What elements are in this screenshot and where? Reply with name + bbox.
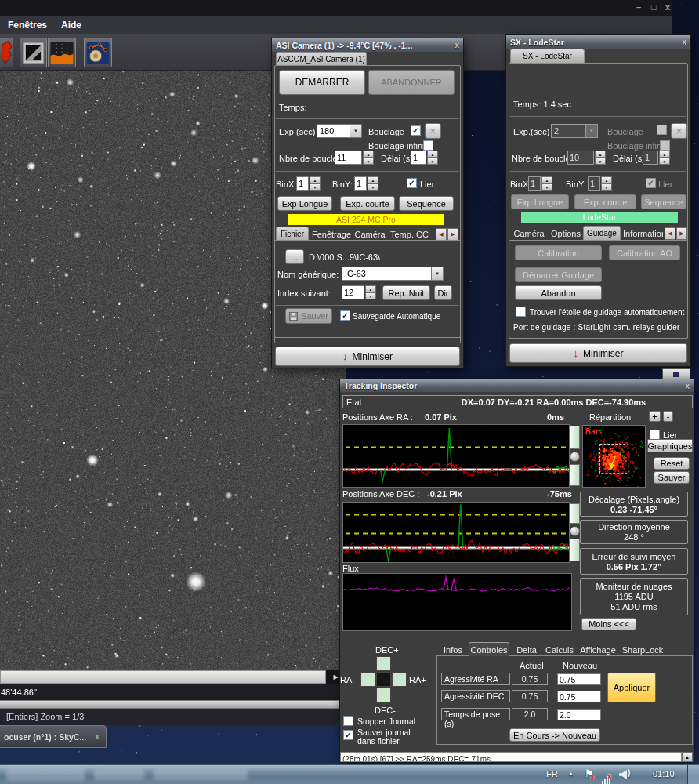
agressivite-ra-input[interactable]: [557, 673, 601, 685]
spin-down-icon[interactable]: ▼: [601, 183, 612, 191]
main-titlebar[interactable]: – □ x: [0, 0, 672, 16]
ra-scale-slider-top[interactable]: [570, 426, 580, 449]
asi-close-icon[interactable]: x: [455, 41, 459, 49]
asi-nom-combo[interactable]: IC-63 ▼: [342, 267, 444, 281]
language-indicator[interactable]: FR: [546, 769, 558, 779]
tab-delta[interactable]: Delta: [512, 644, 541, 655]
asi-index-value[interactable]: 12: [342, 285, 364, 299]
sx-binx-value[interactable]: 1: [528, 176, 541, 191]
toolbar-button-partial[interactable]: [0, 38, 13, 67]
appliquer-button[interactable]: Appliquer: [607, 673, 656, 702]
sx-titlebar[interactable]: SX - LodeStar x: [506, 35, 690, 49]
asi-tab-camera[interactable]: Caméra: [353, 228, 387, 241]
spin-down-icon[interactable]: ▼: [541, 183, 552, 191]
sx-tab-scroll-right-icon[interactable]: ▶: [676, 227, 687, 240]
asi-tab-scroll-right-icon[interactable]: ▶: [447, 228, 458, 241]
spin-down-icon[interactable]: ▼: [368, 183, 378, 191]
asi-tab-temp[interactable]: Temp. CC: [390, 228, 433, 241]
taskbar-blurred-item[interactable]: [6, 768, 85, 781]
asi-delay-arrows[interactable]: ▲▼: [427, 151, 438, 165]
speaker-icon[interactable]: [619, 770, 627, 779]
exp-courte-button[interactable]: Exp. courte: [340, 196, 395, 211]
asi-tab-fenetrage[interactable]: Fenêtrage: [312, 228, 351, 241]
repartition-zoom-out-button[interactable]: -: [663, 411, 673, 422]
pad-ra-minus-button[interactable]: [360, 672, 375, 687]
spin-down-icon[interactable]: ▼: [365, 292, 376, 299]
sx-tab-options[interactable]: Options: [549, 227, 582, 240]
asi-index-arrows[interactable]: ▲▼: [365, 285, 376, 299]
asi-bouclage-checkbox[interactable]: ✓: [411, 125, 421, 136]
tab-controles[interactable]: Controles: [469, 642, 509, 656]
asi-delay-value[interactable]: 1: [411, 151, 426, 165]
show-desktop-button[interactable]: [687, 765, 699, 784]
tab-sharplock[interactable]: SharpLock: [621, 644, 665, 655]
dropdown-arrow-icon[interactable]: ▼: [350, 124, 362, 138]
toolbar-button-histogram[interactable]: [48, 38, 76, 67]
asi-loop-count-spinner[interactable]: 11▲▼: [335, 151, 374, 165]
asi-main-tab[interactable]: ASCOM_ASI Camera (1): [276, 52, 367, 66]
stopper-journal-checkbox[interactable]: [343, 716, 353, 726]
spin-up-icon[interactable]: ▲: [365, 285, 376, 292]
tracking-close-icon[interactable]: x: [685, 382, 690, 390]
pad-dec-minus-button[interactable]: [376, 688, 391, 702]
asi-bouclage-infini-checkbox[interactable]: [423, 140, 433, 151]
asi-loop-count-value[interactable]: 11: [335, 151, 362, 165]
splitter-bar[interactable]: [0, 700, 346, 709]
sx-loop-count-arrows[interactable]: ▲▼: [595, 151, 606, 165]
tab-calculs[interactable]: Calculs: [543, 644, 576, 655]
calibration-ao-button[interactable]: Calibration AO: [609, 245, 680, 260]
temps-pose-input[interactable]: [557, 709, 601, 720]
spin-up-icon[interactable]: ▲: [659, 151, 670, 158]
tracking-titlebar[interactable]: Tracking Inspector x: [340, 379, 694, 392]
asi-delay-spinner[interactable]: 1▲▼: [411, 151, 438, 165]
sx-bouclage-infini-checkbox[interactable]: [660, 140, 670, 151]
asi-titlebar[interactable]: ASI Camera (1) -> -9.4°C [47% , -1... x: [272, 38, 463, 52]
tab-infos[interactable]: Infos: [439, 644, 467, 655]
taskbar-blurred-item[interactable]: [154, 769, 248, 780]
log-scroll-up-icon[interactable]: ▲: [682, 752, 693, 762]
focuser-window-tab[interactable]: ocuser (n°1) : SkyC... x: [0, 725, 107, 748]
asi-stop-loop-button[interactable]: ×: [425, 123, 441, 139]
sx-minimiser-button[interactable]: ↓ Minimiser: [509, 343, 687, 363]
asi-binx-spinner[interactable]: 1▲▼: [296, 176, 321, 191]
close-button[interactable]: x: [665, 2, 670, 12]
dec-scale-slider-knob[interactable]: [570, 526, 580, 536]
pad-ra-plus-button[interactable]: [392, 672, 407, 687]
sx-stop-loop-button[interactable]: ×: [671, 123, 687, 139]
dropdown-arrow-icon[interactable]: ▼: [586, 124, 598, 138]
calibration-button[interactable]: Calibration: [515, 245, 602, 260]
pad-dec-plus-button[interactable]: [376, 656, 391, 671]
spin-up-icon[interactable]: ▲: [541, 176, 552, 183]
sx-exp-longue-button[interactable]: Exp Longue: [511, 194, 569, 209]
tray-expand-icon[interactable]: ▲: [568, 771, 574, 776]
clock[interactable]: 01:10: [653, 769, 675, 779]
toolbar-button-imaging[interactable]: [20, 38, 47, 67]
sx-exp-courte-button[interactable]: Exp. courte: [574, 194, 636, 209]
asi-binx-value[interactable]: 1: [296, 176, 309, 191]
asi-tab-fichier[interactable]: Fichier: [276, 227, 309, 241]
sx-bouclage-checkbox[interactable]: [657, 125, 667, 135]
tracking-sauver-button[interactable]: Sauver: [654, 471, 690, 484]
spin-up-icon[interactable]: ▲: [368, 176, 378, 183]
sx-binx-spinner[interactable]: 1▲▼: [528, 176, 552, 191]
dec-scale-slider-bottom[interactable]: [570, 539, 580, 561]
sx-sequence-button[interactable]: Sequence: [641, 194, 686, 209]
sauvegarde-auto-checkbox[interactable]: ✓: [340, 310, 350, 321]
asi-binx-arrows[interactable]: ▲▼: [310, 176, 321, 191]
dropdown-arrow-icon[interactable]: ▼: [432, 267, 444, 281]
spin-up-icon[interactable]: ▲: [427, 151, 438, 158]
horizontal-scrollbar[interactable]: [0, 670, 326, 684]
spin-up-icon[interactable]: ▲: [363, 151, 374, 158]
spin-down-icon[interactable]: ▼: [595, 158, 606, 165]
taskbar-blurred-item[interactable]: [94, 769, 144, 780]
ra-scale-slider-bottom[interactable]: [570, 464, 580, 486]
sx-biny-arrows[interactable]: ▲▼: [601, 176, 612, 191]
sx-main-tab[interactable]: SX - LodeStar: [510, 49, 585, 63]
asi-loop-count-arrows[interactable]: ▲▼: [363, 151, 374, 165]
asi-biny-spinner[interactable]: 1▲▼: [354, 176, 378, 191]
repartition-zoom-in-button[interactable]: +: [649, 411, 661, 422]
focuser-tab-close-icon[interactable]: x: [95, 732, 100, 741]
asi-minimiser-button[interactable]: ↓ Minimiser: [275, 347, 460, 366]
sx-tab-guidage[interactable]: Guidage: [583, 226, 621, 240]
abandon-button[interactable]: Abandon: [515, 285, 602, 300]
